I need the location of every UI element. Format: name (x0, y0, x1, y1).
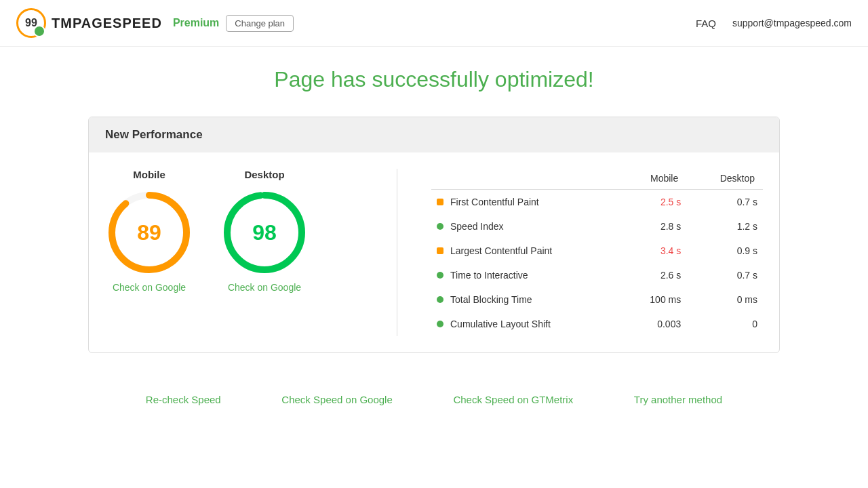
metrics-section: Mobile Desktop First Contentful Paint2.5… (431, 169, 763, 336)
green-dot (437, 272, 443, 279)
logo-container: 99 TMPAGESPEED (16, 8, 162, 38)
mobile-score-number: 89 (137, 220, 161, 245)
desktop-label: Desktop (244, 169, 284, 180)
header: 99 TMPAGESPEED Premium Change plan FAQ s… (0, 0, 868, 47)
green-dot (437, 296, 443, 303)
desktop-check-google-link[interactable]: Check on Google (228, 282, 301, 293)
success-title: Page has successfully optimized! (27, 67, 841, 92)
metrics-table: Mobile Desktop First Contentful Paint2.5… (431, 169, 763, 336)
metric-mobile-value: 2.6 s (620, 263, 687, 287)
metric-name: Time to Interactive (450, 270, 528, 281)
table-row: Total Blocking Time100 ms0 ms (431, 287, 763, 312)
metric-name: First Contentful Paint (450, 197, 539, 207)
performance-card: New Performance Mobile 89 Check on Go (88, 117, 780, 353)
desktop-gauge: 98 (220, 188, 309, 277)
metric-desktop-value: 0 ms (686, 287, 763, 312)
try-another-method-link[interactable]: Try another method (634, 394, 722, 405)
metric-mobile-value: 2.8 s (620, 214, 687, 239)
orange-dot (437, 199, 443, 205)
table-row: Speed Index2.8 s1.2 s (431, 214, 763, 239)
metrics-tbody: First Contentful Paint2.5 s0.7 sSpeed In… (431, 190, 763, 337)
col-desktop-header: Desktop (686, 169, 763, 190)
col-mobile-header: Mobile (620, 169, 687, 190)
check-speed-gtmetrix-link[interactable]: Check Speed on GTMetrix (453, 394, 573, 405)
metric-desktop-value: 0.7 s (686, 263, 763, 287)
logo-icon: 99 (16, 8, 46, 38)
change-plan-button[interactable]: Change plan (226, 15, 294, 32)
metric-name: Speed Index (450, 221, 504, 232)
bottom-links: Re-check Speed Check Speed on Google Che… (88, 373, 780, 419)
metric-desktop-value: 1.2 s (686, 214, 763, 239)
orange-dot (437, 247, 443, 254)
desktop-score-item: Desktop 98 Check on Google (220, 169, 309, 293)
perf-card-header: New Performance (89, 117, 779, 152)
recheck-speed-link[interactable]: Re-check Speed (146, 394, 221, 405)
mobile-label: Mobile (133, 169, 165, 180)
premium-badge: Premium (173, 17, 219, 29)
table-row: Cumulative Layout Shift0.0030 (431, 312, 763, 336)
mobile-check-google-link[interactable]: Check on Google (113, 282, 186, 293)
vertical-divider (397, 169, 397, 336)
main-content: Page has successfully optimized! New Per… (0, 47, 868, 373)
green-dot (437, 321, 443, 327)
perf-card-body: Mobile 89 Check on Google Desktop (89, 152, 779, 352)
metric-mobile-value: 0.003 (620, 312, 687, 336)
mobile-score-item: Mobile 89 Check on Google (105, 169, 193, 293)
table-row: Largest Contentful Paint3.4 s0.9 s (431, 239, 763, 263)
table-row: First Contentful Paint2.5 s0.7 s (431, 190, 763, 215)
support-email: support@tmpagespeed.com (732, 18, 852, 28)
green-dot (437, 223, 443, 230)
metric-name: Total Blocking Time (450, 294, 532, 305)
mobile-gauge: 89 (105, 188, 193, 277)
metric-desktop-value: 0.9 s (686, 239, 763, 263)
metric-mobile-value: 2.5 s (620, 190, 687, 215)
metric-mobile-value: 100 ms (620, 287, 687, 312)
desktop-score-number: 98 (252, 220, 277, 245)
faq-link[interactable]: FAQ (696, 18, 716, 29)
metric-desktop-value: 0.7 s (686, 190, 763, 215)
metric-name: Cumulative Layout Shift (450, 319, 551, 329)
check-speed-google-link[interactable]: Check Speed on Google (281, 394, 392, 405)
metric-name-header (431, 169, 620, 190)
table-row: Time to Interactive2.6 s0.7 s (431, 263, 763, 287)
logo-text: TMPAGESPEED (52, 16, 162, 31)
scores-section: Mobile 89 Check on Google Desktop (105, 169, 363, 336)
metric-name: Largest Contentful Paint (450, 245, 552, 256)
header-right: FAQ support@tmpagespeed.com (696, 18, 852, 29)
metric-desktop-value: 0 (686, 312, 763, 336)
metric-mobile-value: 3.4 s (620, 239, 687, 263)
metrics-header-row: Mobile Desktop (431, 169, 763, 190)
